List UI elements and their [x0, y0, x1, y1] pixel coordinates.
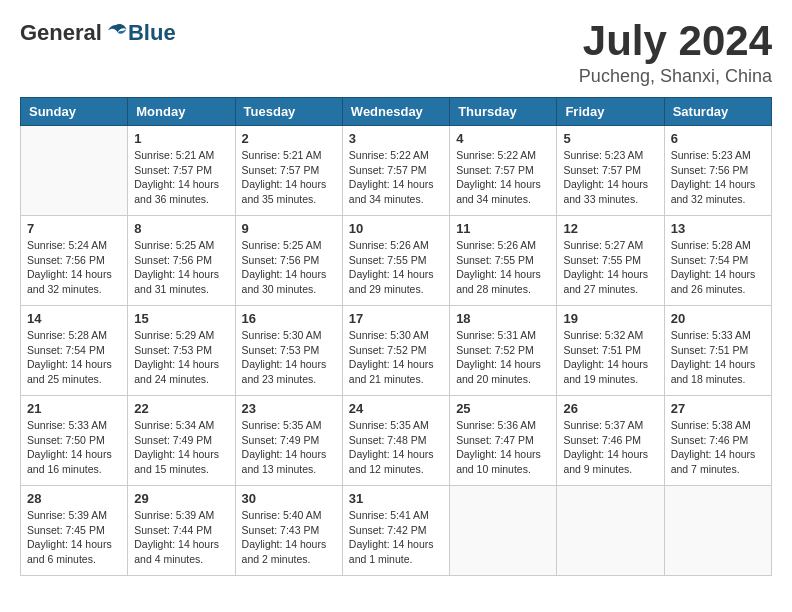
cell-info: Sunrise: 5:40 AM Sunset: 7:43 PM Dayligh… [242, 508, 336, 567]
weekday-header: Tuesday [235, 98, 342, 126]
cell-info: Sunrise: 5:36 AM Sunset: 7:47 PM Dayligh… [456, 418, 550, 477]
calendar-cell: 4Sunrise: 5:22 AM Sunset: 7:57 PM Daylig… [450, 126, 557, 216]
day-number: 21 [27, 401, 121, 416]
day-number: 1 [134, 131, 228, 146]
cell-info: Sunrise: 5:30 AM Sunset: 7:53 PM Dayligh… [242, 328, 336, 387]
calendar-week-row: 14Sunrise: 5:28 AM Sunset: 7:54 PM Dayli… [21, 306, 772, 396]
calendar-cell: 12Sunrise: 5:27 AM Sunset: 7:55 PM Dayli… [557, 216, 664, 306]
logo-bird-icon [104, 21, 128, 45]
calendar-cell: 26Sunrise: 5:37 AM Sunset: 7:46 PM Dayli… [557, 396, 664, 486]
day-number: 29 [134, 491, 228, 506]
day-number: 25 [456, 401, 550, 416]
day-number: 19 [563, 311, 657, 326]
day-number: 31 [349, 491, 443, 506]
calendar-week-row: 21Sunrise: 5:33 AM Sunset: 7:50 PM Dayli… [21, 396, 772, 486]
page-header: General Blue July 2024 Pucheng, Shanxi, … [20, 20, 772, 87]
day-number: 20 [671, 311, 765, 326]
weekday-header: Wednesday [342, 98, 449, 126]
calendar-cell: 2Sunrise: 5:21 AM Sunset: 7:57 PM Daylig… [235, 126, 342, 216]
day-number: 7 [27, 221, 121, 236]
day-number: 14 [27, 311, 121, 326]
calendar-header-row: SundayMondayTuesdayWednesdayThursdayFrid… [21, 98, 772, 126]
calendar-cell: 21Sunrise: 5:33 AM Sunset: 7:50 PM Dayli… [21, 396, 128, 486]
day-number: 28 [27, 491, 121, 506]
weekday-header: Saturday [664, 98, 771, 126]
day-number: 15 [134, 311, 228, 326]
calendar-cell: 31Sunrise: 5:41 AM Sunset: 7:42 PM Dayli… [342, 486, 449, 576]
day-number: 16 [242, 311, 336, 326]
cell-info: Sunrise: 5:23 AM Sunset: 7:57 PM Dayligh… [563, 148, 657, 207]
cell-info: Sunrise: 5:33 AM Sunset: 7:51 PM Dayligh… [671, 328, 765, 387]
calendar-cell: 18Sunrise: 5:31 AM Sunset: 7:52 PM Dayli… [450, 306, 557, 396]
calendar-cell: 22Sunrise: 5:34 AM Sunset: 7:49 PM Dayli… [128, 396, 235, 486]
cell-info: Sunrise: 5:29 AM Sunset: 7:53 PM Dayligh… [134, 328, 228, 387]
weekday-header: Thursday [450, 98, 557, 126]
cell-info: Sunrise: 5:26 AM Sunset: 7:55 PM Dayligh… [456, 238, 550, 297]
logo: General Blue [20, 20, 176, 46]
day-number: 27 [671, 401, 765, 416]
calendar-table: SundayMondayTuesdayWednesdayThursdayFrid… [20, 97, 772, 576]
title-section: July 2024 Pucheng, Shanxi, China [579, 20, 772, 87]
logo-general-text: General [20, 20, 102, 46]
calendar-cell: 14Sunrise: 5:28 AM Sunset: 7:54 PM Dayli… [21, 306, 128, 396]
day-number: 9 [242, 221, 336, 236]
calendar-week-row: 1Sunrise: 5:21 AM Sunset: 7:57 PM Daylig… [21, 126, 772, 216]
calendar-cell: 27Sunrise: 5:38 AM Sunset: 7:46 PM Dayli… [664, 396, 771, 486]
day-number: 3 [349, 131, 443, 146]
calendar-cell: 6Sunrise: 5:23 AM Sunset: 7:56 PM Daylig… [664, 126, 771, 216]
cell-info: Sunrise: 5:23 AM Sunset: 7:56 PM Dayligh… [671, 148, 765, 207]
cell-info: Sunrise: 5:25 AM Sunset: 7:56 PM Dayligh… [242, 238, 336, 297]
calendar-cell: 1Sunrise: 5:21 AM Sunset: 7:57 PM Daylig… [128, 126, 235, 216]
calendar-cell: 15Sunrise: 5:29 AM Sunset: 7:53 PM Dayli… [128, 306, 235, 396]
calendar-week-row: 28Sunrise: 5:39 AM Sunset: 7:45 PM Dayli… [21, 486, 772, 576]
weekday-header: Friday [557, 98, 664, 126]
day-number: 26 [563, 401, 657, 416]
calendar-cell: 28Sunrise: 5:39 AM Sunset: 7:45 PM Dayli… [21, 486, 128, 576]
day-number: 18 [456, 311, 550, 326]
weekday-header: Monday [128, 98, 235, 126]
weekday-header: Sunday [21, 98, 128, 126]
calendar-cell: 11Sunrise: 5:26 AM Sunset: 7:55 PM Dayli… [450, 216, 557, 306]
cell-info: Sunrise: 5:21 AM Sunset: 7:57 PM Dayligh… [134, 148, 228, 207]
cell-info: Sunrise: 5:25 AM Sunset: 7:56 PM Dayligh… [134, 238, 228, 297]
day-number: 11 [456, 221, 550, 236]
calendar-cell [450, 486, 557, 576]
cell-info: Sunrise: 5:28 AM Sunset: 7:54 PM Dayligh… [671, 238, 765, 297]
cell-info: Sunrise: 5:35 AM Sunset: 7:48 PM Dayligh… [349, 418, 443, 477]
calendar-cell: 10Sunrise: 5:26 AM Sunset: 7:55 PM Dayli… [342, 216, 449, 306]
cell-info: Sunrise: 5:39 AM Sunset: 7:44 PM Dayligh… [134, 508, 228, 567]
day-number: 23 [242, 401, 336, 416]
logo-blue-text: Blue [128, 20, 176, 46]
cell-info: Sunrise: 5:30 AM Sunset: 7:52 PM Dayligh… [349, 328, 443, 387]
cell-info: Sunrise: 5:33 AM Sunset: 7:50 PM Dayligh… [27, 418, 121, 477]
day-number: 4 [456, 131, 550, 146]
calendar-cell: 29Sunrise: 5:39 AM Sunset: 7:44 PM Dayli… [128, 486, 235, 576]
calendar-cell: 7Sunrise: 5:24 AM Sunset: 7:56 PM Daylig… [21, 216, 128, 306]
cell-info: Sunrise: 5:32 AM Sunset: 7:51 PM Dayligh… [563, 328, 657, 387]
cell-info: Sunrise: 5:35 AM Sunset: 7:49 PM Dayligh… [242, 418, 336, 477]
day-number: 22 [134, 401, 228, 416]
calendar-cell: 30Sunrise: 5:40 AM Sunset: 7:43 PM Dayli… [235, 486, 342, 576]
calendar-cell: 3Sunrise: 5:22 AM Sunset: 7:57 PM Daylig… [342, 126, 449, 216]
calendar-week-row: 7Sunrise: 5:24 AM Sunset: 7:56 PM Daylig… [21, 216, 772, 306]
calendar-cell: 13Sunrise: 5:28 AM Sunset: 7:54 PM Dayli… [664, 216, 771, 306]
day-number: 30 [242, 491, 336, 506]
month-title: July 2024 [579, 20, 772, 62]
calendar-cell: 25Sunrise: 5:36 AM Sunset: 7:47 PM Dayli… [450, 396, 557, 486]
calendar-cell [21, 126, 128, 216]
cell-info: Sunrise: 5:34 AM Sunset: 7:49 PM Dayligh… [134, 418, 228, 477]
location: Pucheng, Shanxi, China [579, 66, 772, 87]
cell-info: Sunrise: 5:37 AM Sunset: 7:46 PM Dayligh… [563, 418, 657, 477]
cell-info: Sunrise: 5:39 AM Sunset: 7:45 PM Dayligh… [27, 508, 121, 567]
cell-info: Sunrise: 5:27 AM Sunset: 7:55 PM Dayligh… [563, 238, 657, 297]
cell-info: Sunrise: 5:41 AM Sunset: 7:42 PM Dayligh… [349, 508, 443, 567]
day-number: 5 [563, 131, 657, 146]
cell-info: Sunrise: 5:22 AM Sunset: 7:57 PM Dayligh… [349, 148, 443, 207]
calendar-cell: 5Sunrise: 5:23 AM Sunset: 7:57 PM Daylig… [557, 126, 664, 216]
cell-info: Sunrise: 5:38 AM Sunset: 7:46 PM Dayligh… [671, 418, 765, 477]
calendar-cell: 23Sunrise: 5:35 AM Sunset: 7:49 PM Dayli… [235, 396, 342, 486]
cell-info: Sunrise: 5:28 AM Sunset: 7:54 PM Dayligh… [27, 328, 121, 387]
cell-info: Sunrise: 5:22 AM Sunset: 7:57 PM Dayligh… [456, 148, 550, 207]
day-number: 13 [671, 221, 765, 236]
calendar-cell: 16Sunrise: 5:30 AM Sunset: 7:53 PM Dayli… [235, 306, 342, 396]
